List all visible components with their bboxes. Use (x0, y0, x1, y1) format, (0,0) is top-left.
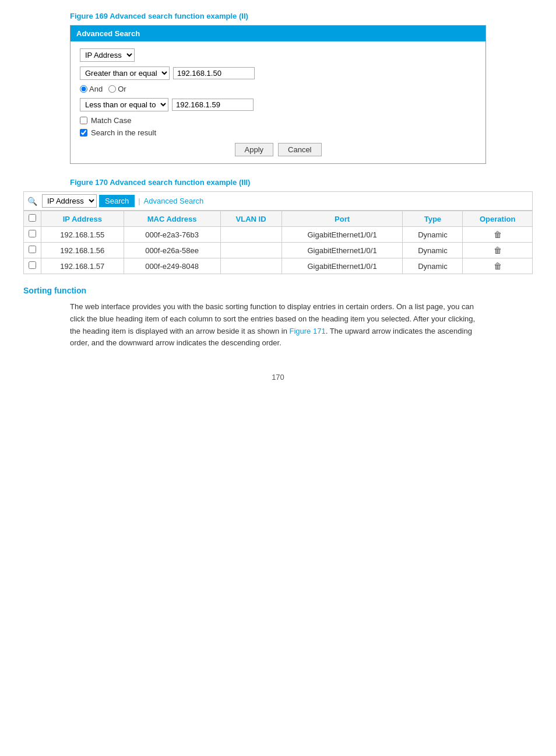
row-checkbox[interactable] (29, 230, 36, 237)
port-cell: GigabitEthernet1/0/1 (281, 243, 403, 258)
or-radio[interactable] (108, 85, 116, 93)
mac-cell: 000f-e249-8048 (124, 258, 220, 274)
results-table: IP Address MAC Address VLAN ID Port Type… (23, 211, 533, 274)
figure-169-section: Figure 169 Advanced search function exam… (23, 12, 533, 164)
operation-cell: 🗑 (463, 258, 533, 274)
figure-170-caption: Figure 170 Advanced search function exam… (70, 178, 533, 187)
vlan-cell (220, 243, 281, 258)
figure171-link[interactable]: Figure 171 (290, 327, 326, 335)
row-checkbox[interactable] (29, 261, 36, 269)
as-buttons-row: Apply Cancel (80, 143, 476, 156)
col-vlan-id[interactable]: VLAN ID (220, 211, 281, 227)
col-type[interactable]: Type (403, 211, 463, 227)
vlan-cell (220, 227, 281, 243)
ip-cell: 192.168.1.56 (41, 243, 124, 258)
field-selector[interactable]: IP Address (80, 48, 135, 62)
or-radio-label[interactable]: Or (108, 85, 126, 93)
search-in-result-row: Search in the result (80, 128, 476, 137)
search-magnify-icon: 🔍 (27, 197, 37, 206)
table-row: 192.168.1.56 000f-e26a-58ee GigabitEther… (24, 243, 533, 258)
row-checkbox[interactable] (29, 246, 36, 253)
operation-cell: 🗑 (463, 227, 533, 243)
col-mac-address[interactable]: MAC Address (124, 211, 220, 227)
search-field-selector[interactable]: IP Address (42, 194, 97, 208)
mac-cell: 000f-e2a3-76b3 (124, 227, 220, 243)
page-number: 170 (23, 373, 533, 382)
row-checkbox-cell (24, 243, 41, 258)
sorting-function-section: Sorting function The web interface provi… (23, 286, 533, 349)
apply-button[interactable]: Apply (235, 143, 274, 156)
advanced-search-link[interactable]: Advanced Search (144, 197, 204, 205)
search-button[interactable]: Search (99, 195, 135, 207)
search-bar: 🔍 IP Address Search | Advanced Search (23, 191, 533, 211)
condition1-row: Greater than or equal (80, 66, 476, 80)
type-cell: Dynamic (403, 227, 463, 243)
condition1-value[interactable] (173, 67, 255, 79)
port-cell: GigabitEthernet1/0/1 (281, 227, 403, 243)
select-all-checkbox[interactable] (29, 214, 36, 222)
table-row: 192.168.1.57 000f-e249-8048 GigabitEther… (24, 258, 533, 274)
condition2-operator[interactable]: Less than or equal to (80, 98, 168, 111)
port-cell: GigabitEthernet1/0/1 (281, 258, 403, 274)
col-operation[interactable]: Operation (463, 211, 533, 227)
condition2-value[interactable] (172, 99, 254, 111)
type-cell: Dynamic (403, 258, 463, 274)
field-selector-row: IP Address (80, 48, 476, 62)
search-in-result-label: Search in the result (91, 128, 156, 137)
and-radio[interactable] (80, 85, 87, 93)
sorting-body: The web interface provides you with the … (70, 301, 486, 349)
match-case-row: Match Case (80, 116, 476, 125)
match-case-label: Match Case (91, 116, 131, 125)
match-case-checkbox[interactable] (80, 117, 87, 124)
figure-170-section: Figure 170 Advanced search function exam… (23, 178, 533, 274)
col-checkbox (24, 211, 41, 227)
table-row: 192.168.1.55 000f-e2a3-76b3 GigabitEther… (24, 227, 533, 243)
delete-icon[interactable]: 🗑 (494, 230, 502, 239)
ip-cell: 192.168.1.57 (41, 258, 124, 274)
figure-169-caption: Figure 169 Advanced search function exam… (70, 12, 533, 20)
and-or-row: And Or (80, 85, 476, 93)
advanced-search-dialog: Advanced Search IP Address Greater than … (70, 25, 486, 164)
and-radio-label[interactable]: And (80, 85, 103, 93)
mac-cell: 000f-e26a-58ee (124, 243, 220, 258)
row-checkbox-cell (24, 258, 41, 274)
delete-icon[interactable]: 🗑 (494, 246, 502, 255)
condition2-row: Less than or equal to (80, 98, 476, 111)
condition1-operator[interactable]: Greater than or equal (80, 66, 170, 80)
operation-cell: 🗑 (463, 243, 533, 258)
row-checkbox-cell (24, 227, 41, 243)
sorting-heading: Sorting function (23, 286, 533, 295)
search-in-result-checkbox[interactable] (80, 129, 87, 136)
advanced-search-header: Advanced Search (71, 26, 485, 41)
cancel-button[interactable]: Cancel (278, 143, 321, 156)
ip-cell: 192.168.1.55 (41, 227, 124, 243)
advanced-search-body: IP Address Greater than or equal And Or (71, 41, 485, 163)
search-bar-divider: | (138, 197, 140, 205)
delete-icon[interactable]: 🗑 (494, 261, 502, 271)
type-cell: Dynamic (403, 243, 463, 258)
col-ip-address[interactable]: IP Address (41, 211, 124, 227)
col-port[interactable]: Port (281, 211, 403, 227)
vlan-cell (220, 258, 281, 274)
